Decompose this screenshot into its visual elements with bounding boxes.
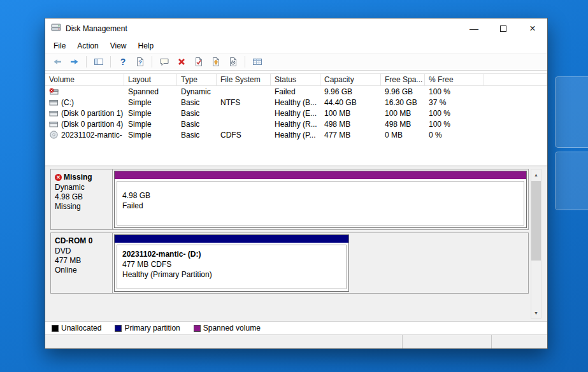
legend-label: Spanned volume xyxy=(203,324,261,333)
volume-name: (Disk 0 partition 1) xyxy=(61,109,123,118)
maximize-button[interactable] xyxy=(489,18,518,39)
speech-bubble-icon[interactable] xyxy=(156,55,172,69)
close-button[interactable]: × xyxy=(518,18,547,39)
table-row[interactable]: (Disk 0 partition 4) Simple Basic Health… xyxy=(45,118,547,129)
cell-free-space: 9.96 GB xyxy=(381,87,425,96)
toolbar-separator xyxy=(110,56,111,68)
volume-size-label: 4.98 GB xyxy=(122,190,519,201)
unallocated-swatch xyxy=(52,325,59,332)
disk-size-label: 4.98 GB xyxy=(55,192,108,202)
volume-block-cdrom[interactable]: 20231102-mantic- (D:) 477 MB CDFS Health… xyxy=(114,234,349,292)
minimize-button[interactable]: — xyxy=(459,18,489,39)
partition-icon xyxy=(49,110,59,117)
column-header-volume[interactable]: Volume xyxy=(45,74,124,85)
column-header-type[interactable]: Type xyxy=(177,74,217,85)
document-gear-icon[interactable] xyxy=(225,55,241,69)
cell-capacity: 44.40 GB xyxy=(320,98,381,107)
scroll-up-icon[interactable]: ▲ xyxy=(531,169,541,180)
help-icon[interactable]: ? xyxy=(115,55,131,69)
back-arrow-icon[interactable] xyxy=(49,55,65,69)
toolbar: ? ? xyxy=(45,53,547,71)
disk-name-label: Missing xyxy=(64,173,92,182)
column-header-file-system[interactable]: File System xyxy=(217,74,271,85)
titlebar[interactable]: Disk Management — × xyxy=(45,18,547,39)
scrollbar-track[interactable] xyxy=(531,180,541,308)
toolbar-separator xyxy=(245,56,245,68)
menu-action[interactable]: Action xyxy=(71,39,104,52)
disk-status-label: Missing xyxy=(55,202,108,211)
disk-row-missing: ✕ Missing Dynamic 4.98 GB Missing 4.98 G… xyxy=(50,169,529,230)
cell-pct-free: 0 % xyxy=(425,131,484,140)
minimize-icon: — xyxy=(470,24,478,34)
close-icon: × xyxy=(529,23,535,34)
menu-view[interactable]: View xyxy=(104,39,133,52)
legend-label: Primary partition xyxy=(124,324,180,333)
menubar: File Action View Help xyxy=(45,39,547,53)
volume-title-label: 20231102-mantic- (D:) xyxy=(122,249,341,259)
cell-status: Healthy (B... xyxy=(271,98,320,107)
cell-type: Basic xyxy=(177,98,217,107)
table-row[interactable]: (C:) Simple Basic NTFS Healthy (B... 44.… xyxy=(45,97,547,108)
disk-area: 20231102-mantic- (D:) 477 MB CDFS Health… xyxy=(113,233,528,293)
scroll-down-icon[interactable]: ▼ xyxy=(531,308,541,318)
svg-text:?: ? xyxy=(138,59,142,66)
cell-type: Basic xyxy=(177,109,217,118)
column-header-status[interactable]: Status xyxy=(271,74,320,85)
column-header-capacity[interactable]: Capacity xyxy=(320,74,381,85)
console-tree-icon[interactable] xyxy=(90,55,106,69)
column-header-layout[interactable]: Layout xyxy=(124,74,177,85)
primary-partition-swatch xyxy=(115,325,122,332)
legend-item-spanned-volume: Spanned volume xyxy=(194,324,261,333)
disk-management-window: Disk Management — × File Action View Hel… xyxy=(45,18,548,349)
table-row[interactable]: (Disk 0 partition 1) Simple Basic Health… xyxy=(45,108,547,118)
disk-status-label: Online xyxy=(55,266,108,275)
document-check-icon[interactable] xyxy=(190,55,206,69)
cell-capacity: 100 MB xyxy=(320,109,381,118)
column-header-pct-free[interactable]: % Free xyxy=(425,74,484,85)
wallpaper-shape xyxy=(555,152,588,210)
disk-type-label: Dynamic xyxy=(55,183,108,192)
menu-file[interactable]: File xyxy=(48,39,71,52)
toolbar-separator xyxy=(152,56,152,68)
grid-icon[interactable] xyxy=(249,55,265,69)
legend-item-unallocated: Unallocated xyxy=(52,324,101,333)
spanned-volume-swatch xyxy=(194,325,201,332)
disk-name-label: CD-ROM 0 xyxy=(55,236,92,246)
maximize-icon xyxy=(500,25,506,32)
cell-type: Basic xyxy=(177,131,217,140)
cell-status: Failed xyxy=(271,87,320,96)
red-x-icon[interactable] xyxy=(173,55,189,69)
volume-status-label: Failed xyxy=(122,201,519,211)
volume-list-header: Volume Layout Type File System Status Ca… xyxy=(45,74,547,86)
statusbar xyxy=(45,334,547,348)
disk-card-missing[interactable]: ✕ Missing Dynamic 4.98 GB Missing xyxy=(51,169,113,229)
column-header-free-space[interactable]: Free Spa... xyxy=(381,74,425,85)
help-document-icon[interactable]: ? xyxy=(132,55,148,69)
scrollbar-thumb[interactable] xyxy=(531,181,541,261)
disk-card-cdrom[interactable]: CD-ROM 0 DVD 477 MB Online xyxy=(51,233,113,293)
cell-pct-free: 100 % xyxy=(425,120,484,129)
cell-capacity: 477 MB xyxy=(320,131,381,140)
wallpaper-shape xyxy=(555,76,588,148)
volume-name: (Disk 0 partition 4) xyxy=(61,120,123,129)
volume-body: 4.98 GB Failed xyxy=(117,181,524,225)
cd-rom-icon xyxy=(49,131,59,139)
disk-type-label: DVD xyxy=(55,247,108,256)
volume-stripe xyxy=(115,235,348,243)
menu-help[interactable]: Help xyxy=(133,39,160,52)
cell-layout: Simple xyxy=(124,98,177,107)
volume-block-failed[interactable]: 4.98 GB Failed xyxy=(114,171,527,228)
table-row[interactable]: 20231102-mantic- ... Simple Basic CDFS H… xyxy=(45,129,547,140)
forward-arrow-icon[interactable] xyxy=(66,55,82,69)
cell-layout: Simple xyxy=(124,131,177,140)
legend: Unallocated Primary partition Spanned vo… xyxy=(45,321,547,334)
legend-label: Unallocated xyxy=(61,324,101,333)
column-header-blank[interactable] xyxy=(484,74,547,85)
legend-item-primary-partition: Primary partition xyxy=(115,324,180,333)
cell-status: Healthy (P... xyxy=(271,131,320,140)
table-row[interactable]: Spanned Dynamic Failed 9.96 GB 9.96 GB 1… xyxy=(45,86,547,97)
vertical-scrollbar[interactable]: ▲ ▼ xyxy=(531,169,541,318)
document-arrow-icon[interactable] xyxy=(208,55,224,69)
toolbar-separator xyxy=(86,56,87,68)
volume-body: 20231102-mantic- (D:) 477 MB CDFS Health… xyxy=(117,245,347,289)
